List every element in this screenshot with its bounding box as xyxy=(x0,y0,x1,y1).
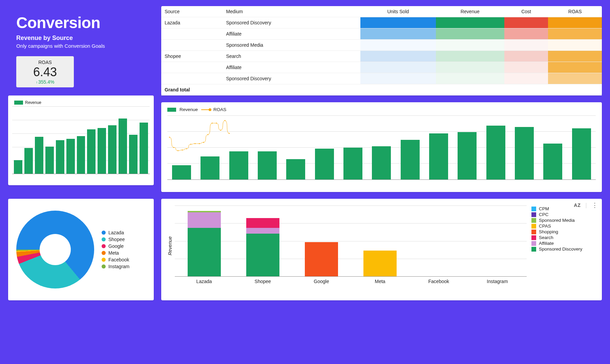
heatmap-row[interactable]: Affiliate xyxy=(161,28,602,40)
revenue-by-source-donut[interactable]: LazadaShopeeGoogleMetaFacebookInstagram xyxy=(8,199,154,300)
combo-bar xyxy=(286,159,305,179)
heatmap-cell xyxy=(360,73,436,84)
revenue-by-source-stacked-chart[interactable]: AZ │ ⋮ Revenue LazadaShopeeGoogleMetaFac… xyxy=(161,199,602,300)
stacked-legend-item[interactable]: CPAS xyxy=(531,223,596,229)
legend-label: Google xyxy=(108,243,124,249)
bar xyxy=(108,125,117,174)
stacked-segment xyxy=(246,234,279,276)
heatmap-source xyxy=(161,73,223,84)
heatmap-cell xyxy=(548,17,602,28)
stacked-bar xyxy=(233,218,292,276)
heatmap-medium: Sponsored Discovery xyxy=(223,73,360,84)
donut-legend-item[interactable]: Instagram xyxy=(102,264,129,269)
combo-bar xyxy=(543,144,562,179)
revenue-roas-combo-chart[interactable]: Revenue ROAS xyxy=(161,102,602,192)
heatmap-cell xyxy=(548,73,602,84)
bar xyxy=(129,135,138,174)
stacked-legend-item[interactable]: Sponsored Discovery xyxy=(531,247,596,252)
heatmap-col-header[interactable]: Cost xyxy=(504,6,548,17)
combo-bar xyxy=(172,165,191,179)
legend-dot-icon xyxy=(102,251,106,255)
heatmap-row[interactable]: Sponsored Discovery xyxy=(161,73,602,84)
legend-square-icon xyxy=(531,218,536,223)
heatmap-cell xyxy=(436,62,504,73)
bar xyxy=(87,129,96,174)
stacked-xlabel: Lazada xyxy=(175,279,233,284)
donut-legend-item[interactable]: Shopee xyxy=(102,237,129,242)
stacked-xlabel: Facebook xyxy=(409,279,468,284)
heatmap-medium: Sponsored Media xyxy=(223,40,360,51)
combo-bar xyxy=(458,132,477,179)
donut-legend-item[interactable]: Lazada xyxy=(102,230,129,235)
heatmap-cell xyxy=(504,51,548,62)
bar xyxy=(66,139,75,174)
legend-label: CPM xyxy=(539,206,549,211)
heatmap-cell xyxy=(436,17,504,28)
combo-bar xyxy=(229,151,248,179)
heatmap-cell xyxy=(504,17,548,28)
heatmap-cell xyxy=(548,62,602,73)
legend-swatch-revenue xyxy=(167,108,176,112)
section-title: Revenue by Source xyxy=(16,35,154,42)
legend-label: Affiliate xyxy=(539,241,554,246)
small-revenue-bar-chart[interactable]: Revenue xyxy=(8,95,154,185)
heatmap-cell xyxy=(360,40,436,51)
stacked-legend-item[interactable]: Sponsored Media xyxy=(531,218,596,223)
kebab-menu-icon[interactable]: ⋮ xyxy=(592,201,598,209)
heatmap-col-header[interactable]: Medium xyxy=(223,6,360,17)
heatmap-cell xyxy=(360,17,436,28)
heatmap-row[interactable]: Sponsored Media xyxy=(161,40,602,51)
donut-legend-item[interactable]: Google xyxy=(102,243,129,249)
legend-label: Lazada xyxy=(108,230,124,235)
heatmap-col-header[interactable]: Source xyxy=(161,6,223,17)
legend-square-icon xyxy=(531,212,536,217)
combo-bar xyxy=(486,126,505,179)
heatmap-col-header[interactable]: Revenue xyxy=(436,6,504,17)
heatmap-row[interactable]: LazadaSponsored Discovery xyxy=(161,17,602,28)
stacked-ylabel: Revenue xyxy=(167,236,173,255)
legend-label: Shopee xyxy=(108,237,125,242)
heatmap-cell xyxy=(360,51,436,62)
combo-bar xyxy=(343,148,362,180)
bar xyxy=(45,147,54,174)
donut-legend-item[interactable]: Facebook xyxy=(102,257,129,262)
combo-bar xyxy=(258,151,277,179)
legend-dot-icon xyxy=(102,258,106,262)
stacked-legend-item[interactable]: Affiliate xyxy=(531,241,596,246)
heatmap-medium: Affiliate xyxy=(223,28,360,40)
heatmap-source: Lazada xyxy=(161,17,223,28)
heatmap-col-header[interactable]: ROAS xyxy=(548,6,602,17)
combo-bar xyxy=(515,127,534,179)
legend-label: Meta xyxy=(108,250,119,256)
scorecard-metric: ROAS xyxy=(21,60,69,65)
stacked-legend-item[interactable]: CPC xyxy=(531,212,596,217)
legend-label-revenue: Revenue xyxy=(25,100,41,105)
legend-swatch-roas xyxy=(201,109,210,110)
heatmap-row[interactable]: ShopeeSearch xyxy=(161,51,602,62)
donut-legend-item[interactable]: Meta xyxy=(102,250,129,256)
page-title: Conversion xyxy=(16,14,154,32)
combo-bar xyxy=(315,149,334,179)
stacked-bar xyxy=(175,211,233,276)
stacked-bar xyxy=(351,251,409,276)
stacked-legend-item[interactable]: Search xyxy=(531,235,596,240)
combo-bar xyxy=(201,156,219,179)
heatmap-row[interactable]: Affiliate xyxy=(161,62,602,73)
roas-scorecard[interactable]: ROAS 6.43 355.4% xyxy=(16,56,74,87)
heatmap-col-header[interactable]: Units Sold xyxy=(360,6,436,17)
bar xyxy=(119,119,127,174)
source-medium-heatmap[interactable]: SourceMediumUnits SoldRevenueCostROAS La… xyxy=(161,6,602,95)
heatmap-cell xyxy=(504,28,548,40)
legend-square-icon xyxy=(531,247,536,252)
heatmap-cell xyxy=(548,40,602,51)
stacked-legend-item[interactable]: Shopping xyxy=(531,229,596,234)
stacked-xlabel: Meta xyxy=(351,279,409,284)
heatmap-medium: Affiliate xyxy=(223,62,360,73)
heatmap-cell xyxy=(436,73,504,84)
bar xyxy=(140,123,148,174)
legend-label: CPC xyxy=(539,212,549,217)
heatmap-cell xyxy=(504,73,548,84)
heatmap-cell xyxy=(436,40,504,51)
sort-button[interactable]: AZ xyxy=(574,202,581,208)
heatmap-cell xyxy=(504,62,548,73)
